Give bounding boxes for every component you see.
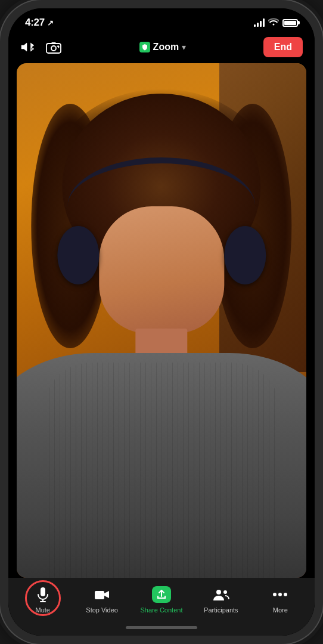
share-content-label: Share Content: [141, 606, 183, 614]
participants-button[interactable]: Participants: [200, 585, 242, 614]
more-label: More: [273, 606, 288, 614]
status-time: 4:27: [25, 17, 45, 29]
svg-rect-0: [46, 44, 61, 53]
svg-point-9: [278, 593, 282, 596]
zoom-shield-icon: [139, 42, 150, 52]
phone-screen: 4:27 ↗: [8, 8, 315, 636]
toolbar-left: [20, 41, 62, 54]
home-bar: [126, 626, 197, 629]
status-icons: [254, 17, 298, 28]
person-figure: [31, 89, 291, 578]
battery-icon: [282, 19, 298, 27]
camera-flip-button[interactable]: [45, 41, 62, 54]
location-icon: ↗: [47, 18, 54, 27]
more-button[interactable]: More: [259, 585, 301, 614]
mute-button[interactable]: Mute: [22, 585, 64, 614]
mute-icon: [36, 585, 50, 604]
participants-icon: [212, 585, 230, 604]
share-content-icon: [152, 585, 171, 604]
phone-frame: 4:27 ↗: [0, 0, 323, 644]
zoom-text: Zoom: [153, 42, 179, 52]
screen-content: 4:27 ↗: [8, 8, 315, 636]
svg-rect-2: [41, 587, 45, 596]
stop-video-label: Stop Video: [86, 606, 118, 614]
video-background: [17, 63, 306, 578]
svg-point-10: [284, 593, 287, 596]
share-content-button[interactable]: Share Content: [141, 585, 183, 614]
audio-button[interactable]: [20, 41, 37, 53]
svg-point-8: [273, 593, 277, 596]
call-toolbar: Zoom ▾ End: [8, 33, 315, 63]
svg-point-1: [51, 46, 56, 51]
svg-point-6: [216, 590, 221, 595]
home-indicator[interactable]: [8, 619, 315, 636]
signal-icon: [254, 18, 265, 27]
zoom-dropdown-icon: ▾: [182, 42, 186, 52]
mute-label: Mute: [35, 606, 49, 614]
stop-video-icon: [94, 585, 110, 604]
participants-label: Participants: [204, 606, 238, 614]
svg-point-7: [223, 590, 227, 594]
wifi-icon: [268, 17, 279, 28]
bottom-toolbar: Mute Stop Video: [8, 578, 315, 619]
more-icon: [272, 585, 288, 604]
video-feed: [17, 63, 306, 578]
notch: [120, 8, 203, 26]
svg-rect-5: [95, 591, 104, 599]
zoom-label[interactable]: Zoom ▾: [139, 42, 187, 52]
stop-video-button[interactable]: Stop Video: [81, 585, 123, 614]
end-call-button[interactable]: End: [263, 37, 303, 57]
